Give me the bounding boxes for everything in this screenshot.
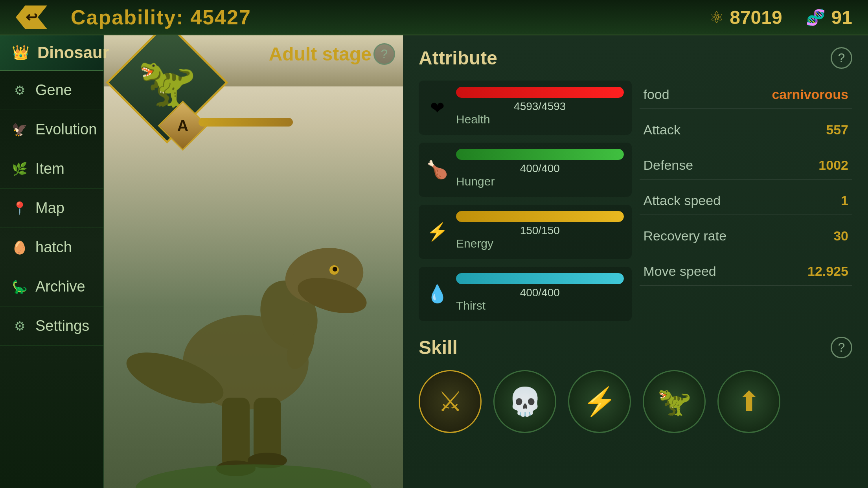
attack-speed-label: Attack speed [644,193,721,208]
health-label: Health [456,113,624,126]
energy-label: Energy [456,237,624,250]
skill-icon-1[interactable]: ⚔ [419,370,482,433]
hunger-bar-container [456,149,624,160]
dinosaur-icon: 👑 [12,44,29,61]
health-bar-container [456,87,624,98]
right-panel: Attribute ? ❤ 4593/4593 Health 🍗 [403,35,868,488]
defense-row: Defense 1002 [640,151,853,180]
sidebar-evolution-label: Evolution [35,121,97,138]
sidebar-map-label: Map [35,200,64,216]
stat-bars: ❤ 4593/4593 Health 🍗 [419,81,632,321]
sidebar-gene-label: Gene [35,82,72,99]
back-arrow-icon: ↩ [26,9,37,26]
sidebar-title: Dinosaur [37,43,109,62]
energy-row: ⚡ 150/150 Energy [419,205,632,259]
dino-svg [120,174,387,488]
dino-grade-bar [199,118,293,127]
thirst-value: 400/400 [456,286,624,299]
attribute-help-button[interactable]: ? [831,47,852,69]
health-bar [456,87,624,98]
hatch-icon: 🥚 [12,240,28,255]
svg-point-10 [136,464,371,488]
skill-title: Skill [419,337,458,358]
health-row: ❤ 4593/4593 Health [419,81,632,135]
hunger-value: 400/400 [456,162,624,175]
thirst-icon: 💧 [427,284,448,304]
defense-value: 1002 [818,158,848,173]
main-content: 🦖 A Adult stage ? [104,35,868,488]
sidebar-archive-label: Archive [35,278,85,295]
health-icon: ❤ [427,98,448,118]
sidebar-item-settings[interactable]: ⚙ Settings [0,306,103,346]
sidebar-item-archive[interactable]: 🦕 Archive [0,267,103,306]
sidebar-item-hatch[interactable]: 🥚 hatch [0,228,103,267]
recovery-rate-row: Recovery rate 30 [640,222,853,250]
sidebar: 👑 Dinosaur ⚙ Gene 🦅 Evolution 🌿 Item 📍 M… [0,0,104,488]
food-label: food [644,87,669,102]
sidebar-item-label: Item [35,160,64,177]
attribute-section-header: Attribute ? [419,47,852,69]
attribute-grid: ❤ 4593/4593 Health 🍗 [419,81,852,321]
attack-label: Attack [644,122,680,138]
attack-speed-row: Attack speed 1 [640,187,853,215]
sidebar-item-item[interactable]: 🌿 Item [0,149,103,189]
skill-help-button[interactable]: ? [831,337,852,358]
back-button[interactable]: ↩ [16,6,47,29]
stage-label: Adult stage [269,43,371,65]
sidebar-settings-label: Settings [35,317,89,334]
skill-section-header: Skill ? [419,337,852,358]
attack-speed-value: 1 [841,193,848,208]
energy-info: 150/150 Energy [456,211,624,253]
dna-icon: ⚛ [710,8,724,26]
defense-label: Defense [644,158,693,173]
hunger-row: 🍗 400/400 Hunger [419,143,632,197]
sidebar-item-gene[interactable]: ⚙ Gene [0,71,103,110]
skill-icon-2[interactable]: 💀 [493,370,556,433]
thirst-bar [456,273,624,284]
sidebar-item-map[interactable]: 📍 Map [0,189,103,228]
health-info: 4593/4593 Health [456,87,624,128]
sidebar-header: 👑 Dinosaur [0,35,103,71]
thirst-info: 400/400 Thirst [456,273,624,315]
skill-icon-3[interactable]: ⚡ [568,370,631,433]
resource-dna: ⚛ 87019 [710,7,782,28]
svg-rect-6 [254,398,281,460]
skill-icons: ⚔ 💀 ⚡ 🦖 ⬆ [419,370,852,433]
thirst-label: Thirst [456,299,624,312]
evolution-icon: 🦅 [12,122,28,137]
thirst-bar-container [456,273,624,284]
hunger-label: Hunger [456,175,624,188]
resource-gems: 🧬 91 [806,7,852,28]
hunger-info: 400/400 Hunger [456,149,624,191]
dino-help-button[interactable]: ? [373,43,395,65]
settings-icon: ⚙ [12,319,28,334]
energy-bar [456,211,624,222]
resource-dna-value: 87019 [730,7,782,28]
top-bar: ↩ Capability: 45427 ⚛ 87019 🧬 91 [0,0,868,35]
energy-bar-container [456,211,624,222]
skill-section: Skill ? ⚔ 💀 ⚡ 🦖 ⬆ [419,337,852,433]
food-row: food carnivorous [640,81,853,109]
attack-value: 557 [826,122,848,138]
thirst-row: 💧 400/400 Thirst [419,267,632,321]
food-value: carnivorous [772,87,848,102]
hunger-icon: 🍗 [427,160,448,180]
attribute-title: Attribute [419,47,497,69]
move-speed-value: 12.925 [807,264,848,279]
skill-icon-5[interactable]: ⬆ [717,370,780,433]
dino-image-area [104,67,403,488]
move-speed-label: Move speed [644,264,716,279]
archive-icon: 🦕 [12,279,28,294]
energy-value: 150/150 [456,224,624,237]
health-value: 4593/4593 [456,100,624,113]
skill-icon-4[interactable]: 🦖 [643,370,706,433]
map-icon: 📍 [12,201,28,216]
move-speed-row: Move speed 12.925 [640,257,853,286]
attack-row: Attack 557 [640,116,853,144]
numeric-stats: food carnivorous Attack 557 Defense 1002… [640,81,853,321]
sidebar-item-evolution[interactable]: 🦅 Evolution [0,110,103,149]
top-resources: ⚛ 87019 🧬 91 [710,7,852,28]
item-icon: 🌿 [12,161,28,176]
resource-gems-value: 91 [831,7,852,28]
capability-display: Capability: 45427 [71,6,251,29]
